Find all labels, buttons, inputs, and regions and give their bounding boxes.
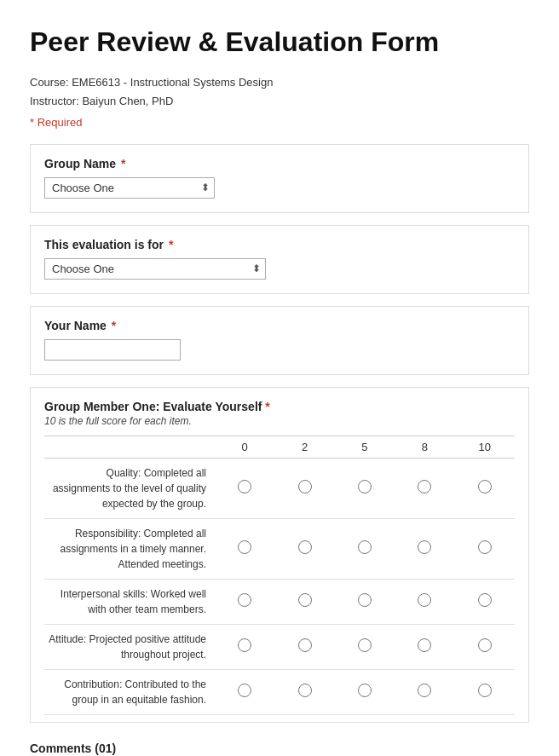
radio-cell [455,518,515,579]
radio-q1-5[interactable] [358,480,372,493]
col-10-header: 10 [455,436,515,458]
eval-section-title: Group Member One: Evaluate Yourself * [44,400,515,413]
group-name-select[interactable]: Choose One [44,177,215,199]
radio-q2-5[interactable] [358,540,372,554]
radio-q1-2[interactable] [298,480,312,493]
radio-cell [395,458,454,518]
eval-for-label: This evaluation is for * [44,238,515,251]
col-5-header: 5 [335,436,395,458]
radio-q5-5[interactable] [358,684,372,697]
radio-cell [455,624,515,669]
radio-cell [335,458,395,518]
page-container: Peer Review & Evaluation Form Course: EM… [0,0,559,756]
radio-q4-8[interactable] [418,638,431,652]
course-line: Course: EME6613 - Instructional Systems … [30,73,529,92]
eval-for-required-star: * [165,238,173,251]
eval-for-section: This evaluation is for * Choose One [30,225,529,294]
radio-cell [274,518,334,579]
rating-table: 0 2 5 8 10 Quality: Completed all assign… [44,436,515,715]
your-name-input[interactable] [44,339,181,361]
table-row: Contribution: Contributed to the group i… [44,669,515,714]
radio-q4-0[interactable] [238,638,251,652]
radio-q3-5[interactable] [358,593,372,607]
your-name-required-star: * [108,319,116,332]
group-member-section: Group Member One: Evaluate Yourself * 10… [30,387,529,723]
radio-q4-5[interactable] [358,638,372,652]
radio-cell [274,669,334,714]
required-note: * Required [30,113,529,132]
course-info: Course: EME6613 - Instructional Systems … [30,73,529,131]
radio-q3-0[interactable] [238,593,251,607]
radio-q1-8[interactable] [418,480,431,493]
radio-cell [395,579,454,624]
radio-cell [335,624,395,669]
radio-q5-0[interactable] [238,684,251,697]
row-label: Responsibility: Completed all assignment… [44,518,215,579]
radio-q2-0[interactable] [238,540,251,554]
group-name-label: Group Name * [44,157,515,170]
radio-cell [215,458,274,518]
radio-q2-8[interactable] [418,540,431,554]
radio-cell [274,579,334,624]
group-name-section: Group Name * Choose One [30,144,529,213]
radio-cell [215,624,274,669]
radio-q2-10[interactable] [478,540,492,554]
row-label: Contribution: Contributed to the group i… [44,669,215,714]
eval-for-select-wrapper: Choose One [44,258,266,280]
row-label: Attitude: Projected positive attitude th… [44,624,215,669]
radio-cell [274,624,334,669]
table-row: Interpersonal skills: Worked well with o… [44,579,515,624]
eval-section-required-star: * [262,400,269,413]
col-2-header: 2 [274,436,334,458]
eval-subtitle: 10 is the full score for each item. [44,415,515,427]
radio-cell [335,669,395,714]
row-label: Interpersonal skills: Worked well with o… [44,579,215,624]
group-name-required-star: * [118,157,125,170]
comments-title: Comments (01) [30,742,529,755]
rating-header-row: 0 2 5 8 10 [44,436,515,458]
radio-q4-2[interactable] [298,638,312,652]
radio-cell [215,518,274,579]
rating-table-body: Quality: Completed all assignments to th… [44,458,515,714]
radio-q4-10[interactable] [478,638,492,652]
radio-q5-2[interactable] [298,684,312,697]
radio-cell [215,669,274,714]
rating-table-header: 0 2 5 8 10 [44,436,515,458]
radio-cell [215,579,274,624]
your-name-label: Your Name * [44,319,515,332]
radio-q3-2[interactable] [298,593,312,607]
radio-cell [455,579,515,624]
table-row: Attitude: Projected positive attitude th… [44,624,515,669]
table-row: Quality: Completed all assignments to th… [44,458,515,518]
radio-q2-2[interactable] [298,540,312,554]
radio-cell [395,624,454,669]
table-row: Responsibility: Completed all assignment… [44,518,515,579]
page-title: Peer Review & Evaluation Form [30,26,529,58]
comments-section: Comments (01) [30,742,529,755]
radio-cell [395,518,454,579]
eval-for-select[interactable]: Choose One [44,258,266,280]
radio-cell [455,669,515,714]
radio-cell [274,458,334,518]
radio-q3-10[interactable] [478,593,492,607]
instructor-line: Instructor: Baiyun Chen, PhD [30,92,529,111]
col-8-header: 8 [395,436,454,458]
radio-cell [455,458,515,518]
your-name-section: Your Name * [30,306,529,375]
radio-q1-0[interactable] [238,480,251,493]
group-name-select-wrapper: Choose One [44,177,215,199]
radio-cell [335,579,395,624]
radio-q1-10[interactable] [478,480,492,493]
row-label: Quality: Completed all assignments to th… [44,458,215,518]
radio-q3-8[interactable] [418,593,431,607]
row-label-header [44,436,215,458]
radio-cell [335,518,395,579]
radio-cell [395,669,454,714]
col-0-header: 0 [215,436,274,458]
radio-q5-8[interactable] [418,684,431,697]
radio-q5-10[interactable] [478,684,492,697]
